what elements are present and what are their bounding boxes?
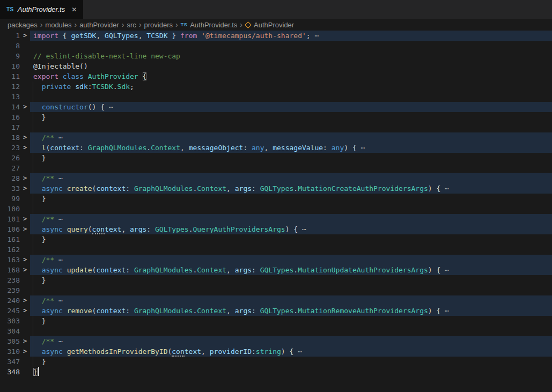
fold-chevron-icon[interactable]: > <box>20 265 30 275</box>
code-text[interactable]: @Injectable() <box>30 61 552 71</box>
code-text[interactable] <box>30 92 552 102</box>
fold-chevron-icon[interactable]: > <box>20 295 30 306</box>
code-line-240[interactable]: 240> /** ⋯ <box>0 295 552 306</box>
code-line-12[interactable]: 12 private sdk:TCSDK.Sdk; <box>0 82 552 92</box>
code-line-8[interactable]: 8 <box>0 41 552 51</box>
code-text[interactable]: export class AuthProvider { <box>30 71 552 82</box>
code-line-100[interactable]: 100 <box>0 204 552 214</box>
breadcrumb-item-src[interactable]: src <box>127 21 136 29</box>
code-text[interactable]: /** ⋯ <box>30 132 552 143</box>
fold-chevron-icon[interactable]: > <box>20 306 30 316</box>
code-text[interactable]: async update(context: GraphQLModules.Con… <box>30 265 552 275</box>
code-text[interactable]: } <box>30 153 552 163</box>
code-line-26[interactable]: 26 } <box>0 153 552 163</box>
code-text[interactable]: async remove(context: GraphQLModules.Con… <box>30 306 552 316</box>
fold-chevron-icon[interactable]: > <box>20 31 30 41</box>
code-text[interactable]: } <box>30 367 552 377</box>
code-text[interactable]: async create(context: GraphQLModules.Con… <box>30 183 552 194</box>
code-line-28[interactable]: 28> /** ⋯ <box>0 173 552 183</box>
code-line-348[interactable]: 348} <box>0 367 552 377</box>
fold-chevron-icon[interactable]: > <box>20 346 30 357</box>
code-line-10[interactable]: 10@Injectable() <box>0 61 552 71</box>
code-line-14[interactable]: 14> constructor() { ⋯ <box>0 102 552 112</box>
token-var: args <box>235 307 252 315</box>
code-text[interactable] <box>30 285 552 295</box>
code-line-11[interactable]: 11export class AuthProvider { <box>0 71 552 82</box>
code-editor[interactable]: 1>import { getSDK, GQLTypes, TCSDK } fro… <box>0 31 552 392</box>
token-ell: ⋯ <box>440 266 449 274</box>
code-text[interactable] <box>30 245 552 255</box>
code-text[interactable]: } <box>30 357 552 367</box>
code-line-163[interactable]: 163> /** ⋯ <box>0 255 552 265</box>
code-line-16[interactable]: 16 } <box>0 112 552 122</box>
code-text[interactable]: /** ⋯ <box>30 336 552 346</box>
code-text[interactable]: /** ⋯ <box>30 214 552 224</box>
code-line-23[interactable]: 23> l(context: GraphQLModules.Context, m… <box>0 143 552 153</box>
code-line-13[interactable]: 13 <box>0 92 552 102</box>
code-text[interactable]: l(context: GraphQLModules.Context, messa… <box>30 143 552 153</box>
code-line-17[interactable]: 17 <box>0 122 552 132</box>
code-line-304[interactable]: 304 <box>0 326 552 336</box>
code-line-27[interactable]: 27 <box>0 163 552 173</box>
code-line-347[interactable]: 347 } <box>0 357 552 367</box>
token-k2: async <box>42 184 63 193</box>
code-text[interactable]: } <box>30 316 552 326</box>
breadcrumb-item-authprovider[interactable]: authProvider <box>79 21 119 29</box>
code-text[interactable]: } <box>30 112 552 122</box>
code-line-162[interactable]: 162 <box>0 245 552 255</box>
code-line-1[interactable]: 1>import { getSDK, GQLTypes, TCSDK } fro… <box>0 31 552 41</box>
code-text[interactable]: /** ⋯ <box>30 255 552 265</box>
fold-chevron-icon[interactable]: > <box>20 102 30 112</box>
code-line-18[interactable]: 18> /** ⋯ <box>0 132 552 143</box>
breadcrumb-item-packages[interactable]: packages <box>8 21 38 29</box>
breadcrumb-item-providers[interactable]: providers <box>144 21 173 29</box>
fold-chevron-icon[interactable]: > <box>20 183 30 194</box>
fold-chevron-icon[interactable]: > <box>20 132 30 143</box>
code-line-310[interactable]: 310> async getMethodsInProviderByID(cont… <box>0 346 552 357</box>
code-line-245[interactable]: 245> async remove(context: GraphQLModule… <box>0 306 552 316</box>
breadcrumb-item-modules[interactable]: modules <box>45 21 71 29</box>
code-text[interactable]: } <box>30 194 552 204</box>
code-text[interactable]: constructor() { ⋯ <box>30 102 552 112</box>
code-line-101[interactable]: 101> /** ⋯ <box>0 214 552 224</box>
fold-chevron-icon[interactable]: > <box>20 143 30 153</box>
code-line-303[interactable]: 303 } <box>0 316 552 326</box>
fold-chevron-icon[interactable]: > <box>20 255 30 265</box>
code-line-239[interactable]: 239 <box>0 285 552 295</box>
code-text[interactable] <box>30 41 552 51</box>
token-pun: } <box>168 32 180 40</box>
code-line-33[interactable]: 33> async create(context: GraphQLModules… <box>0 183 552 194</box>
code-text[interactable] <box>30 122 552 132</box>
code-text[interactable] <box>30 326 552 336</box>
fold-spacer <box>20 61 30 71</box>
code-text[interactable]: async query(context, args: GQLTypes.Quer… <box>30 224 552 234</box>
code-text[interactable]: } <box>30 275 552 285</box>
gutter: 305> <box>0 336 30 346</box>
code-text[interactable]: } <box>30 234 552 245</box>
code-line-305[interactable]: 305> /** ⋯ <box>0 336 552 346</box>
code-line-161[interactable]: 161 } <box>0 234 552 245</box>
code-line-9[interactable]: 9// eslint-disable-next-line new-cap <box>0 51 552 61</box>
code-line-99[interactable]: 99 } <box>0 194 552 204</box>
code-text[interactable] <box>30 163 552 173</box>
fold-chevron-icon[interactable]: > <box>20 214 30 224</box>
code-line-238[interactable]: 238 } <box>0 275 552 285</box>
gutter: 162 <box>0 245 30 255</box>
code-line-168[interactable]: 168> async update(context: GraphQLModule… <box>0 265 552 275</box>
code-text[interactable] <box>30 204 552 214</box>
code-text[interactable]: /** ⋯ <box>30 295 552 306</box>
code-text[interactable]: /** ⋯ <box>30 173 552 183</box>
code-text[interactable]: // eslint-disable-next-line new-cap <box>30 51 552 61</box>
close-icon[interactable]: ✕ <box>71 6 77 13</box>
code-text[interactable]: import { getSDK, GQLTypes, TCSDK } from … <box>30 31 552 41</box>
fold-chevron-icon[interactable]: > <box>20 224 30 234</box>
code-line-106[interactable]: 106> async query(context, args: GQLTypes… <box>0 224 552 234</box>
fold-chevron-icon[interactable]: > <box>20 336 30 346</box>
fold-chevron-icon[interactable]: > <box>20 173 30 183</box>
code-text[interactable]: async getMethodsInProviderByID(context, … <box>30 346 552 357</box>
breadcrumb-item-authprovider[interactable]: AuthProvider <box>245 21 294 29</box>
gutter: 99 <box>0 194 30 204</box>
breadcrumb-item-authprovider-ts[interactable]: TSAuthProvider.ts <box>181 21 238 29</box>
code-text[interactable]: private sdk:TCSDK.Sdk; <box>30 82 552 92</box>
tab-authprovider[interactable]: TS AuthProvider.ts ✕ <box>0 0 83 19</box>
